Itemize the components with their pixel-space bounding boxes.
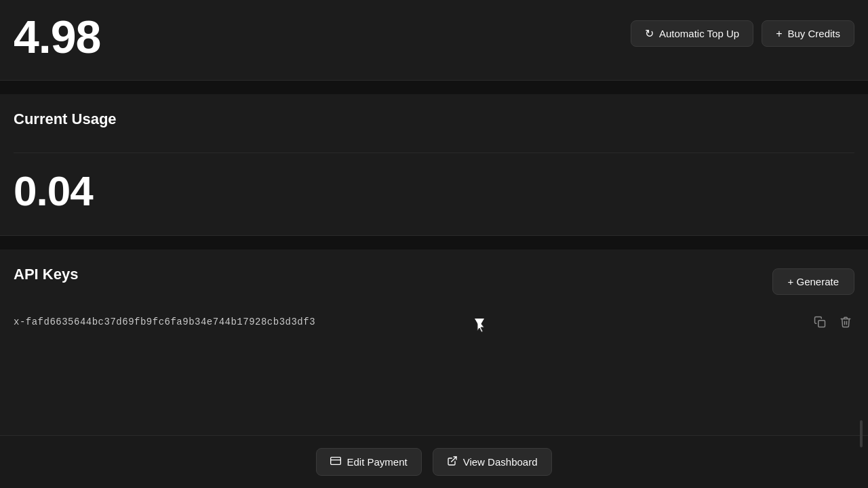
- api-key-actions: [811, 313, 854, 331]
- api-key-row: x-fafd6635644bc37d69fb9fc6fa9b34e744b179…: [14, 310, 854, 333]
- svg-rect-1: [331, 458, 341, 465]
- current-usage-title: Current Usage: [14, 110, 854, 128]
- automatic-top-up-label: Automatic Top Up: [659, 28, 739, 39]
- section-gap-2: [0, 236, 868, 249]
- edit-payment-button[interactable]: Edit Payment: [316, 448, 421, 476]
- copy-key-button[interactable]: [811, 313, 829, 331]
- api-key-value: x-fafd6635644bc37d69fb9fc6fa9b34e744b179…: [14, 317, 315, 327]
- bottom-bar: Edit Payment View Dashboard: [0, 435, 868, 488]
- scroll-indicator: [860, 420, 863, 447]
- api-header: API Keys + Generate: [14, 266, 854, 297]
- svg-line-3: [451, 457, 456, 462]
- api-keys-title: API Keys: [14, 266, 78, 283]
- usage-section-inner: Current Usage: [14, 110, 854, 153]
- view-dashboard-button[interactable]: View Dashboard: [433, 448, 552, 476]
- buy-credits-button[interactable]: + Buy Credits: [762, 20, 854, 47]
- api-section: API Keys + Generate x-fafd6635644bc37d69…: [0, 249, 868, 435]
- generate-button[interactable]: + Generate: [772, 268, 854, 295]
- card-icon: [330, 455, 341, 468]
- edit-payment-label: Edit Payment: [347, 456, 407, 468]
- generate-label: + Generate: [788, 276, 839, 287]
- top-section: 4.98 ↻ Automatic Top Up + Buy Credits: [0, 0, 868, 81]
- buy-credits-label: Buy Credits: [787, 28, 840, 39]
- top-buttons: ↻ Automatic Top Up + Buy Credits: [631, 20, 854, 47]
- external-icon: [447, 455, 458, 468]
- view-dashboard-label: View Dashboard: [463, 456, 538, 468]
- usage-amount: 0.04: [14, 167, 854, 215]
- page-wrapper: 4.98 ↻ Automatic Top Up + Buy Credits Cu…: [0, 0, 868, 488]
- delete-key-button[interactable]: [837, 313, 854, 331]
- usage-section: Current Usage 0.04: [0, 94, 868, 236]
- balance-amount: 4.98: [14, 14, 100, 60]
- refresh-icon: ↻: [645, 28, 654, 39]
- automatic-top-up-button[interactable]: ↻ Automatic Top Up: [631, 20, 753, 47]
- section-gap-1: [0, 81, 868, 94]
- svg-rect-0: [818, 321, 825, 327]
- plus-icon: +: [776, 28, 782, 39]
